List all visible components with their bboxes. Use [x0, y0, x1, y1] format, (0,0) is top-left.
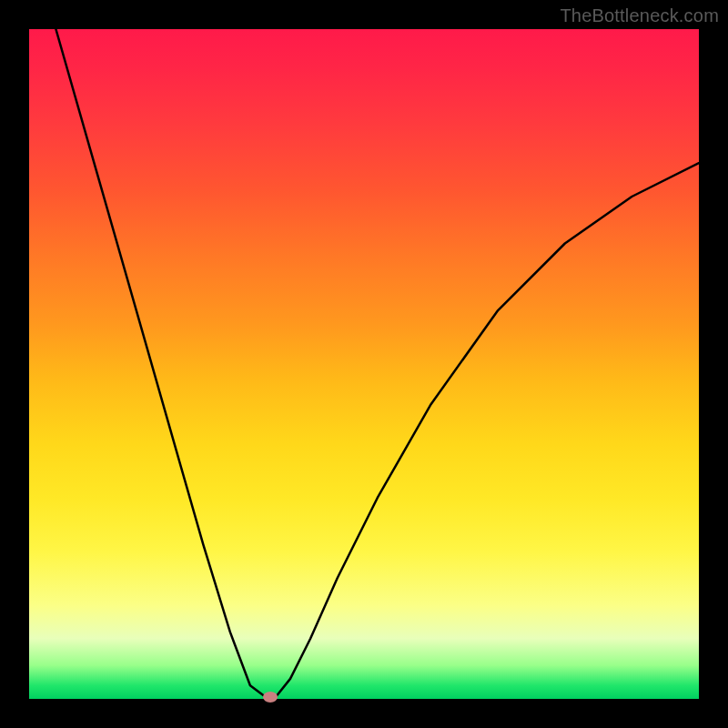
watermark-text: TheBottleneck.com [560, 5, 719, 26]
chart-frame: TheBottleneck.com [0, 0, 728, 728]
plot-area [29, 29, 699, 699]
curve-line [29, 29, 699, 699]
minimum-marker [263, 692, 278, 703]
